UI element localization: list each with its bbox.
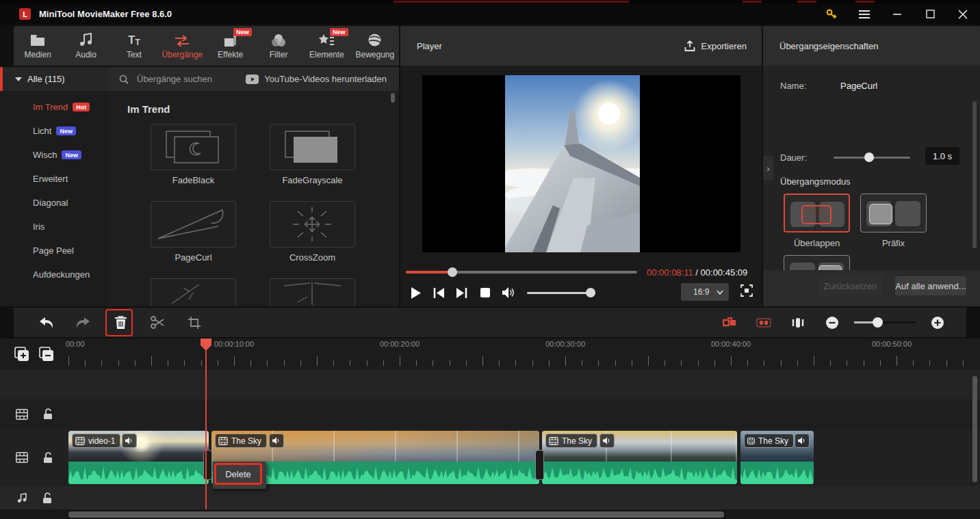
unlock-icon[interactable] xyxy=(43,452,53,464)
panel-collapse-handle[interactable]: › xyxy=(763,156,773,181)
sidebar-item-diagonal[interactable]: Diagonal xyxy=(0,191,108,215)
crop-button[interactable] xyxy=(182,310,207,335)
tab-bewegung[interactable]: Bewegung xyxy=(351,26,399,66)
mode-overlap-card[interactable] xyxy=(784,194,850,232)
youtube-download-link[interactable]: YouTube-Videos herunterladen xyxy=(246,74,387,84)
audio-waveform xyxy=(740,462,814,484)
sidebar-item-erweitert[interactable]: Erweitert xyxy=(0,167,108,191)
maximize-button[interactable] xyxy=(923,7,938,22)
export-label: Exportieren xyxy=(701,41,747,51)
tab-audio[interactable]: Audio xyxy=(62,26,109,66)
duration-handle[interactable] xyxy=(864,152,874,162)
duration-slider[interactable] xyxy=(834,157,910,159)
zoom-out-button[interactable] xyxy=(820,310,844,335)
sidebar-item-aufdeckungen[interactable]: Aufdeckungen xyxy=(0,263,108,287)
transition-card-partial[interactable] xyxy=(151,278,236,306)
motion-icon xyxy=(368,32,382,47)
split-button[interactable] xyxy=(145,310,170,335)
search-input[interactable] xyxy=(136,73,238,85)
seek-bar[interactable] xyxy=(406,271,637,274)
sidebar-item-page-peel[interactable]: Page Peel xyxy=(0,239,108,263)
caret-down-icon xyxy=(15,77,22,81)
timeline-toolbar xyxy=(14,308,966,337)
menu-icon[interactable] xyxy=(857,7,872,22)
stop-button[interactable] xyxy=(474,283,497,302)
timeline-horizontal-scrollbar[interactable] xyxy=(68,511,724,518)
transition-card-pagecurl[interactable] xyxy=(151,201,236,248)
properties-footer: Zurücksetzen Auf alle anwend... xyxy=(763,270,980,306)
clip-audio-icon[interactable] xyxy=(122,434,137,448)
tab-text[interactable]: TT Text xyxy=(110,26,158,66)
properties-scrollbar[interactable] xyxy=(972,101,977,248)
tab-uebergaenge[interactable]: Übergänge xyxy=(158,26,206,66)
timeline-zoom-slider[interactable] xyxy=(854,321,916,323)
unlock-icon[interactable] xyxy=(42,492,52,504)
tab-elemente[interactable]: New Elemente xyxy=(302,26,350,66)
tab-medien[interactable]: Medien xyxy=(14,26,62,66)
license-key-icon[interactable] xyxy=(824,7,839,22)
transition-marker[interactable] xyxy=(535,450,544,480)
sidebar-item-licht[interactable]: Licht New xyxy=(0,119,108,143)
sidebar-all-label: Alle (115) xyxy=(27,74,65,84)
sidebar-item-wisch[interactable]: Wisch New xyxy=(0,143,108,167)
transition-card-fadeblack[interactable] xyxy=(151,124,236,170)
remove-track-button[interactable] xyxy=(39,347,54,362)
fullscreen-button[interactable] xyxy=(740,284,753,297)
minimize-button[interactable] xyxy=(890,7,905,22)
sidebar-item-iris[interactable]: Iris xyxy=(0,215,108,239)
transition-card-crosszoom[interactable] xyxy=(270,201,355,248)
delete-button[interactable] xyxy=(108,310,133,335)
ruler-tick xyxy=(482,356,483,366)
sidebar-item-im-trend[interactable]: Im Trend Hot xyxy=(0,95,108,119)
timeline-clip-the-sky-2[interactable]: The Sky xyxy=(542,431,737,484)
close-button[interactable] xyxy=(955,7,970,22)
properties-header: Übergangseigenschaften xyxy=(763,26,980,66)
tab-filter[interactable]: Filter xyxy=(255,26,302,66)
sidebar-item-alle[interactable]: Alle (115) xyxy=(0,67,108,91)
sidebar-item-label: Licht xyxy=(33,126,51,136)
transition-card-fadegrayscale[interactable] xyxy=(270,124,355,170)
apply-to-all-button[interactable]: Auf alle anwend... xyxy=(895,276,966,295)
transition-marker[interactable] xyxy=(203,450,212,480)
clip-audio-icon[interactable] xyxy=(599,434,615,448)
timeline-ruler[interactable] xyxy=(0,338,980,369)
playhead[interactable] xyxy=(205,338,207,509)
video-track-1[interactable] xyxy=(0,399,980,429)
new-badge: New xyxy=(62,150,81,159)
audio-track[interactable] xyxy=(0,486,980,509)
transitions-scrollbar[interactable] xyxy=(391,93,395,103)
redo-button[interactable] xyxy=(70,310,95,335)
timeline-vertical-scrollbar[interactable] xyxy=(972,376,977,482)
active-indicator xyxy=(0,67,3,91)
previous-frame-button[interactable] xyxy=(427,283,450,302)
add-track-button[interactable] xyxy=(14,347,29,362)
timeline-clip-the-sky-3[interactable]: The Sky xyxy=(740,431,814,484)
tab-label: Medien xyxy=(25,50,51,59)
ruler-tick xyxy=(731,356,732,366)
unlock-icon[interactable] xyxy=(43,408,53,420)
play-button[interactable] xyxy=(404,283,427,302)
track3-header xyxy=(0,486,68,509)
apply-transition-all-icon[interactable] xyxy=(717,310,742,335)
mode-prefix-card[interactable] xyxy=(860,194,927,232)
next-frame-button[interactable] xyxy=(450,283,474,302)
volume-handle[interactable] xyxy=(586,288,595,297)
clip-audio-icon[interactable] xyxy=(795,434,810,448)
volume-icon[interactable] xyxy=(497,283,520,302)
timeline-zoom-handle[interactable] xyxy=(873,317,883,328)
show-transitions-icon[interactable] xyxy=(751,310,776,335)
context-menu-delete-item[interactable]: Delete xyxy=(213,462,263,486)
zoom-in-button[interactable] xyxy=(925,310,950,335)
transition-card-partial[interactable] xyxy=(270,278,355,306)
track-headers xyxy=(0,338,68,519)
fit-timeline-icon[interactable] xyxy=(786,310,810,335)
aspect-ratio-select[interactable]: 16:9 xyxy=(681,283,729,301)
tab-effekte[interactable]: New Effekte xyxy=(207,26,255,66)
reset-button[interactable]: Zurücksetzen xyxy=(818,276,883,295)
undo-button[interactable] xyxy=(34,310,59,335)
seek-handle[interactable] xyxy=(448,267,457,277)
clip-audio-icon[interactable] xyxy=(269,434,284,448)
timeline-clip-video-1[interactable]: video-1 xyxy=(68,431,209,484)
volume-slider[interactable] xyxy=(527,292,595,294)
export-button[interactable]: Exportieren xyxy=(684,40,747,52)
